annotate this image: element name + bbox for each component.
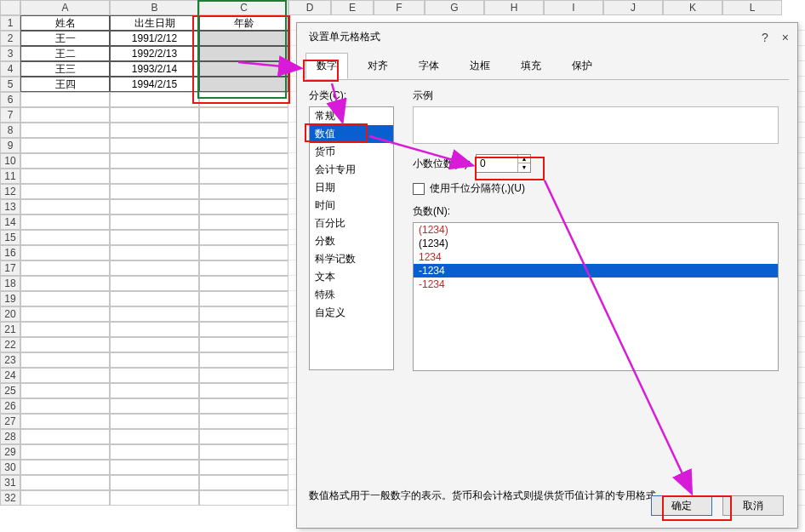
corner-cell[interactable] [0, 0, 20, 15]
negative-format-item[interactable]: -1234 [414, 277, 778, 291]
cell[interactable] [199, 46, 288, 61]
negative-format-item[interactable]: (1234) [414, 223, 778, 237]
cell[interactable] [110, 123, 199, 138]
category-item[interactable]: 分数 [310, 232, 393, 250]
cell[interactable] [110, 276, 199, 291]
cell[interactable] [20, 245, 110, 260]
row-header-11[interactable]: 11 [0, 169, 20, 184]
category-item[interactable]: 日期 [310, 179, 393, 197]
row-header-2[interactable]: 2 [0, 31, 20, 46]
cell[interactable] [20, 276, 110, 291]
spinner-down-icon[interactable]: ▼ [518, 163, 530, 172]
col-header-F[interactable]: F [374, 0, 425, 15]
cell[interactable] [199, 153, 288, 169]
col-header-L[interactable]: L [722, 0, 782, 15]
thousand-separator-row[interactable]: 使用千位分隔符(,)(U) [413, 181, 779, 196]
row-header-31[interactable]: 31 [0, 475, 20, 490]
cell[interactable] [199, 383, 288, 398]
cell[interactable] [110, 444, 199, 460]
cell[interactable]: 王二 [20, 46, 110, 61]
cell[interactable] [199, 352, 288, 368]
cell[interactable]: 出生日期 [110, 15, 199, 31]
row-header-14[interactable]: 14 [0, 215, 20, 230]
cell[interactable] [110, 169, 199, 184]
cancel-button[interactable]: 取消 [722, 495, 784, 516]
row-header-7[interactable]: 7 [0, 107, 20, 123]
category-item[interactable]: 特殊 [310, 286, 393, 304]
category-item[interactable]: 常规 [310, 107, 393, 125]
cell[interactable] [20, 184, 110, 199]
col-header-A[interactable]: A [20, 0, 110, 15]
category-item[interactable]: 文本 [310, 268, 393, 286]
row-header-6[interactable]: 6 [0, 92, 20, 107]
spinner-up-icon[interactable]: ▲ [518, 155, 530, 163]
category-item[interactable]: 科学记数 [310, 250, 393, 268]
row-header-29[interactable]: 29 [0, 444, 20, 460]
tab-font[interactable]: 字体 [408, 53, 450, 79]
cell[interactable] [20, 260, 110, 276]
cell[interactable] [110, 260, 199, 276]
cell[interactable] [110, 490, 199, 506]
row-header-19[interactable]: 19 [0, 291, 20, 306]
cell[interactable] [110, 368, 199, 383]
cell[interactable] [20, 306, 110, 322]
category-listbox[interactable]: 常规数值货币会计专用日期时间百分比分数科学记数文本特殊自定义 [309, 106, 394, 370]
cell[interactable] [110, 138, 199, 153]
cell[interactable] [20, 398, 110, 414]
cell[interactable] [20, 337, 110, 352]
cell[interactable] [20, 153, 110, 169]
row-header-16[interactable]: 16 [0, 245, 20, 260]
cell[interactable] [199, 169, 288, 184]
category-item[interactable]: 数值 [310, 125, 393, 143]
cell[interactable] [20, 429, 110, 444]
ok-button[interactable]: 确定 [651, 495, 712, 516]
cell[interactable] [20, 414, 110, 429]
help-icon[interactable]: ? [762, 31, 768, 44]
cell[interactable] [199, 444, 288, 460]
category-item[interactable]: 时间 [310, 197, 393, 215]
cell[interactable]: 姓名 [20, 15, 110, 31]
cell[interactable] [199, 31, 288, 46]
cell[interactable] [199, 291, 288, 306]
row-header-13[interactable]: 13 [0, 199, 20, 215]
cell[interactable] [20, 199, 110, 215]
cell[interactable] [110, 475, 199, 490]
cell[interactable] [199, 107, 288, 123]
close-icon[interactable]: × [782, 31, 789, 44]
cell[interactable] [20, 460, 110, 475]
cell[interactable] [199, 490, 288, 506]
cell[interactable] [110, 383, 199, 398]
col-header-B[interactable]: B [110, 0, 199, 15]
col-header-E[interactable]: E [331, 0, 374, 15]
cell[interactable] [20, 291, 110, 306]
tab-protect[interactable]: 保护 [561, 53, 603, 79]
cell[interactable] [20, 383, 110, 398]
row-header-1[interactable]: 1 [0, 15, 20, 31]
cell[interactable] [110, 215, 199, 230]
cell[interactable] [110, 153, 199, 169]
cell[interactable]: 1991/2/12 [110, 31, 199, 46]
row-header-15[interactable]: 15 [0, 230, 20, 245]
category-item[interactable]: 货币 [310, 143, 393, 161]
category-item[interactable]: 会计专用 [310, 161, 393, 179]
cell[interactable]: 年龄 [199, 15, 288, 31]
cell[interactable] [110, 230, 199, 245]
tab-border[interactable]: 边框 [459, 53, 501, 79]
cell[interactable] [110, 184, 199, 199]
decimal-places-input[interactable] [477, 156, 517, 171]
negative-format-item[interactable]: 1234 [414, 250, 778, 264]
cell[interactable] [20, 107, 110, 123]
col-header-C[interactable]: C [199, 0, 288, 15]
cell[interactable]: 1993/2/14 [110, 61, 199, 77]
col-header-D[interactable]: D [288, 0, 331, 15]
cell[interactable] [20, 352, 110, 368]
category-item[interactable]: 自定义 [310, 304, 393, 322]
cell[interactable]: 1992/2/13 [110, 46, 199, 61]
cell[interactable] [110, 306, 199, 322]
cell[interactable] [110, 337, 199, 352]
cell[interactable] [110, 199, 199, 215]
cell[interactable] [199, 475, 288, 490]
cell[interactable] [20, 169, 110, 184]
cell[interactable] [199, 306, 288, 322]
cell[interactable] [110, 245, 199, 260]
